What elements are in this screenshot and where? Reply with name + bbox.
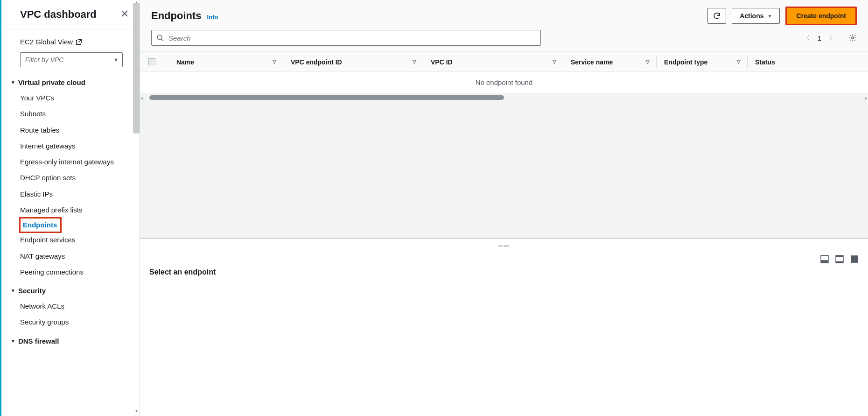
- create-endpoint-label: Create endpoint: [796, 12, 846, 20]
- detail-title: Select an endpoint: [140, 266, 868, 286]
- refresh-icon: [713, 12, 721, 20]
- svg-rect-7: [851, 255, 858, 263]
- pagination: 〈 1 〉: [803, 33, 857, 43]
- external-link-icon: [76, 39, 82, 45]
- sidebar-title: VPC dashboard: [20, 8, 97, 21]
- filter-placeholder: Filter by VPC: [25, 56, 63, 63]
- sidebar-item-route-tables[interactable]: Route tables: [20, 122, 130, 138]
- page-header: Endpoints Info Actions ▼ Create endpoint: [140, 0, 868, 52]
- nav-group-security[interactable]: ▼ Security: [11, 287, 130, 295]
- sidebar-item-endpoint-services[interactable]: Endpoint services: [20, 232, 130, 248]
- nav-group-label: Virtual private cloud: [18, 78, 85, 86]
- sidebar-item-internet-gateways[interactable]: Internet gateways: [20, 138, 130, 154]
- sidebar-item-prefix-lists[interactable]: Managed prefix lists: [20, 202, 130, 218]
- scroll-thumb[interactable]: [149, 95, 504, 100]
- svg-rect-3: [821, 260, 828, 263]
- column-vpc-id[interactable]: VPC ID▽: [423, 56, 563, 68]
- svg-rect-6: [836, 261, 843, 263]
- sidebar-item-security-groups[interactable]: Security groups: [20, 314, 130, 330]
- actions-button[interactable]: Actions ▼: [732, 8, 780, 24]
- ec2-global-view-link[interactable]: EC2 Global View: [20, 38, 82, 46]
- table-header: Name▽ VPC endpoint ID▽ VPC ID▽ Service n…: [140, 52, 868, 72]
- refresh-button[interactable]: [707, 8, 726, 24]
- panel-drag-handle[interactable]: ══: [140, 239, 868, 249]
- main-content: Endpoints Info Actions ▼ Create endpoint: [140, 0, 868, 416]
- page-prev-icon[interactable]: 〈: [803, 33, 810, 43]
- search-icon: [156, 34, 164, 42]
- sidebar-item-network-acls[interactable]: Network ACLs: [20, 298, 130, 314]
- endpoints-table: Name▽ VPC endpoint ID▽ VPC ID▽ Service n…: [140, 52, 868, 102]
- detail-panel: ══ Select an endpoint: [140, 239, 868, 416]
- sort-icon[interactable]: ▽: [273, 59, 276, 64]
- sort-icon[interactable]: ▽: [413, 59, 416, 64]
- column-endpoint-type[interactable]: Endpoint type▽: [657, 56, 748, 68]
- sidebar-item-dhcp[interactable]: DHCP option sets: [20, 170, 130, 186]
- sort-icon[interactable]: ▽: [553, 59, 556, 64]
- caret-down-icon: ▼: [768, 14, 772, 19]
- scroll-right-icon[interactable]: ▸: [865, 95, 867, 100]
- scroll-left-icon[interactable]: ◂: [141, 95, 143, 100]
- layout-split-icon[interactable]: [835, 255, 844, 263]
- sidebar-item-nat-gateways[interactable]: NAT gateways: [20, 248, 130, 264]
- actions-label: Actions: [740, 12, 763, 20]
- nav-group-label: Security: [18, 287, 46, 295]
- scroll-down-icon[interactable]: ▾: [133, 408, 139, 413]
- search-box[interactable]: [151, 30, 541, 46]
- sidebar-scrollbar[interactable]: [133, 3, 140, 134]
- close-sidebar-icon[interactable]: [121, 10, 128, 20]
- column-service-name[interactable]: Service name▽: [563, 56, 657, 68]
- page-next-icon[interactable]: 〉: [829, 33, 836, 43]
- create-endpoint-button[interactable]: Create endpoint: [785, 7, 857, 25]
- sidebar-item-subnets[interactable]: Subnets: [20, 106, 130, 122]
- collapse-icon: ▼: [11, 80, 15, 85]
- caret-down-icon: ▼: [113, 57, 119, 63]
- select-all-checkbox[interactable]: [148, 56, 169, 68]
- svg-point-0: [157, 35, 162, 40]
- info-link[interactable]: Info: [207, 14, 218, 21]
- sidebar-item-elastic-ips[interactable]: Elastic IPs: [20, 186, 130, 202]
- page-number: 1: [818, 34, 821, 42]
- settings-gear-icon[interactable]: [848, 34, 857, 42]
- column-name[interactable]: Name▽: [169, 56, 283, 68]
- svg-point-1: [852, 37, 854, 39]
- layout-bottom-icon[interactable]: [820, 255, 829, 263]
- column-status[interactable]: Status: [748, 56, 868, 68]
- collapse-icon: ▼: [11, 288, 15, 293]
- sidebar: ▴ ▾ VPC dashboard EC2 Global View Filter…: [1, 0, 140, 416]
- sidebar-item-egress-gateways[interactable]: Egress-only internet gateways: [20, 154, 130, 170]
- nav-group-label: DNS firewall: [18, 337, 59, 345]
- nav-group-vpc[interactable]: ▼ Virtual private cloud: [11, 78, 130, 86]
- horizontal-scrollbar[interactable]: ◂ ▸: [140, 93, 868, 102]
- empty-state: No endpoint found: [140, 72, 868, 93]
- sort-icon[interactable]: ▽: [646, 59, 650, 64]
- search-input[interactable]: [168, 34, 536, 42]
- page-title: Endpoints: [151, 10, 202, 22]
- layout-full-icon[interactable]: [850, 255, 859, 263]
- filter-by-vpc-select[interactable]: Filter by VPC ▼: [20, 52, 123, 67]
- sidebar-item-peering[interactable]: Peering connections: [20, 264, 130, 280]
- column-endpoint-id[interactable]: VPC endpoint ID▽: [283, 56, 423, 68]
- collapse-icon: ▼: [11, 338, 15, 344]
- svg-rect-5: [836, 255, 843, 257]
- sort-icon[interactable]: ▽: [737, 59, 741, 64]
- sidebar-item-endpoints[interactable]: Endpoints: [20, 218, 61, 232]
- ec2-global-view-label: EC2 Global View: [20, 38, 73, 46]
- sidebar-item-your-vpcs[interactable]: Your VPCs: [20, 90, 130, 106]
- nav-group-dns-firewall[interactable]: ▼ DNS firewall: [11, 337, 130, 345]
